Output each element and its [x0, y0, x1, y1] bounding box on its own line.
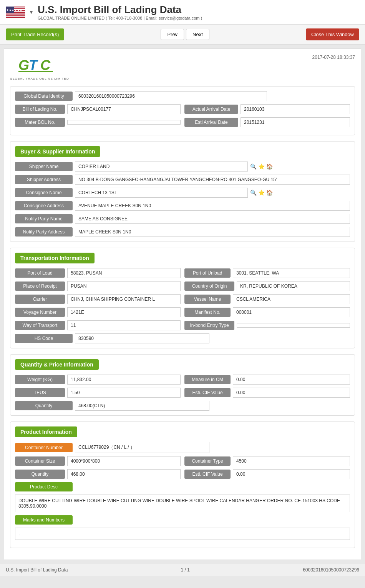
- container-number-value: CCLU6779029（CN / L / ）: [75, 442, 209, 453]
- dropdown-arrow-icon[interactable]: ▼: [29, 9, 34, 15]
- company-logo: G T C GLOBAL TRADE ONLINE LIMITED: [10, 55, 69, 80]
- notify-party-address-value: MAPLE CREEK S0N 1N0: [75, 227, 350, 237]
- notify-party-address-label: Notify Party Address: [15, 227, 73, 237]
- company-name-logo: GLOBAL TRADE ONLINE LIMITED: [10, 77, 69, 80]
- container-type-field: Container Type 4500: [184, 456, 350, 466]
- svg-text:★★★★★★: ★★★★★★: [6, 8, 22, 12]
- bill-of-lading-value: CHNJPSCAL00177: [67, 104, 181, 114]
- nav-buttons: Prev Next: [161, 29, 209, 40]
- shipper-star-icon[interactable]: ⭐: [258, 163, 265, 170]
- next-button[interactable]: Next: [186, 29, 209, 40]
- measure-in-cm-value: 0.00: [233, 375, 350, 385]
- header-left: ★★★★★★ ▼ U.S. Import Bill of Lading Data…: [6, 4, 202, 20]
- product-desc-text: DOUBLE WIRE CUTTING WIRE DOUBLE WIRE CUT…: [15, 495, 350, 512]
- shipper-address-value: NO 304 B-DONG GANGSEO-HANGANGJAI TOWER Y…: [75, 175, 350, 185]
- vessel-name-label: Vessel Name: [184, 295, 231, 304]
- svg-text:T: T: [29, 57, 38, 73]
- svg-rect-7: [6, 13, 25, 13]
- quantity-value: 468.00(CTN): [75, 401, 209, 411]
- product-quantity-label: Quantity: [15, 470, 65, 479]
- actual-arrival-field: Actual Arrival Date 20160103: [184, 104, 350, 114]
- transportation-box: Transportation Information Port of Load …: [10, 248, 355, 348]
- shipper-address-label: Shipper Address: [15, 175, 73, 184]
- carrier-vessel-row: Carrier CHNJ, CHINA SHIPPING CONTAINER L…: [15, 294, 350, 304]
- voyage-number-value: 1421E: [67, 307, 181, 317]
- shipper-home-icon[interactable]: 🏠: [266, 163, 273, 170]
- record-info-box: Global Data Identity 6003201601050000723…: [10, 86, 355, 135]
- manifest-no-field: Manifest No. 000001: [184, 307, 350, 317]
- product-esti-cif-field: Esti. CIF Value 0.00: [184, 469, 350, 479]
- weight-kg-label: Weight (KG): [15, 375, 65, 384]
- carrier-field: Carrier CHNJ, CHINA SHIPPING CONTAINER L: [15, 294, 181, 304]
- transport-inbond-row: Way of Transport 11 In-bond Entry Type: [15, 320, 350, 330]
- quantity-label: Quantity: [15, 401, 73, 410]
- carrier-value: CHNJ, CHINA SHIPPING CONTAINER L: [67, 294, 181, 304]
- shipper-name-label: Shipper Name: [15, 162, 73, 171]
- svg-rect-18: [18, 71, 53, 72]
- logo-area: G T C GLOBAL TRADE ONLINE LIMITED 2017-0…: [10, 55, 355, 80]
- product-quantity-cif-row: Quantity 468.00 Esti. CIF Value 0.00: [15, 469, 350, 479]
- prev-button[interactable]: Prev: [161, 29, 184, 40]
- port-of-load-value: 58023, PUSAN: [67, 268, 181, 278]
- notify-party-name-label: Notify Party Name: [15, 214, 73, 223]
- way-of-transport-field: Way of Transport 11: [15, 320, 181, 330]
- close-button[interactable]: Close This Window: [306, 28, 359, 40]
- global-data-identity-value: 6003201601050000723296: [75, 91, 267, 101]
- vessel-name-field: Vessel Name CSCL AMERICA: [184, 294, 350, 304]
- master-bol-label: Mater BOL No.: [15, 118, 65, 127]
- esti-arrival-value: 20151231: [241, 117, 350, 127]
- global-data-identity-row: Global Data Identity 6003201601050000723…: [15, 91, 350, 101]
- container-size-type-row: Container Size 4000*900*800 Container Ty…: [15, 456, 350, 466]
- actual-arrival-value: 20160103: [241, 104, 350, 114]
- svg-rect-8: [6, 13, 25, 14]
- weight-kg-field: Weight (KG) 11,832.00: [15, 375, 181, 385]
- header-subtitle: GLOBAL TRADE ONLINE LIMITED ( Tel: 400-7…: [38, 16, 202, 20]
- notify-party-name-value: SAME AS CONSIGNEE: [75, 214, 350, 224]
- consignee-name-value: CORTECH 13 1ST: [75, 188, 248, 198]
- master-bol-field: Mater BOL No.: [15, 118, 181, 127]
- port-of-unload-field: Port of Unload 3001, SEATTLE, WA: [184, 268, 350, 278]
- consignee-star-icon[interactable]: ⭐: [258, 190, 265, 196]
- measure-in-cm-field: Measure in CM 0.00: [184, 375, 350, 385]
- measure-in-cm-label: Measure in CM: [184, 375, 231, 384]
- svg-rect-11: [6, 16, 25, 17]
- shipper-name-row: Shipper Name COPIER LAND 🔍 ⭐ 🏠: [15, 162, 350, 172]
- svg-rect-9: [6, 14, 25, 15]
- consignee-address-value: AVENUE MAPLE CREEK S0N 1N0: [75, 201, 350, 211]
- logo-graphic: G T C: [10, 55, 69, 77]
- consignee-search-icon[interactable]: 🔍: [250, 190, 257, 196]
- consignee-name-row: Consignee Name CORTECH 13 1ST 🔍 ⭐ 🏠: [15, 188, 350, 198]
- receipt-origin-row: Place of Receipt PUSAN Country of Origin…: [15, 281, 350, 291]
- carrier-label: Carrier: [15, 295, 65, 304]
- shipper-name-icons: 🔍 ⭐ 🏠: [250, 163, 273, 170]
- container-size-field: Container Size 4000*900*800: [15, 456, 181, 466]
- svg-text:C: C: [40, 57, 51, 73]
- header: ★★★★★★ ▼ U.S. Import Bill of Lading Data…: [0, 0, 365, 25]
- voyage-number-field: Voyage Number 1421E: [15, 307, 181, 317]
- esti-cif-field: Esti. CIF Value 0.00: [184, 388, 350, 398]
- toolbar: Print Trade Record(s) Prev Next Close Th…: [0, 25, 365, 45]
- hs-code-row: HS Code 830590: [15, 333, 350, 343]
- manifest-no-label: Manifest No.: [184, 308, 231, 317]
- teus-field: TEUS 1.50: [15, 388, 181, 398]
- manifest-no-value: 000001: [233, 307, 350, 317]
- teus-label: TEUS: [15, 388, 65, 397]
- marks-numbers-value: .: [15, 528, 350, 540]
- teus-cif-row: TEUS 1.50 Esti. CIF Value 0.00: [15, 388, 350, 398]
- hs-code-value: 830590: [75, 333, 209, 343]
- us-flag-icon: ★★★★★★: [6, 7, 25, 18]
- consignee-home-icon[interactable]: 🏠: [266, 190, 273, 196]
- product-quantity-field: Quantity 468.00: [15, 469, 181, 479]
- consignee-name-label: Consignee Name: [15, 188, 73, 197]
- in-bond-entry-value: [237, 323, 350, 328]
- product-desc-header-row: Product Desc: [15, 482, 350, 491]
- transportation-section-header: Transportation Information: [15, 253, 95, 263]
- consignee-name-icons: 🔍 ⭐ 🏠: [250, 190, 273, 196]
- global-data-identity-label: Global Data Identity: [15, 92, 73, 101]
- print-button[interactable]: Print Trade Record(s): [6, 28, 64, 40]
- product-esti-cif-label: Esti. CIF Value: [184, 470, 231, 479]
- container-type-label: Container Type: [184, 456, 231, 466]
- shipper-search-icon[interactable]: 🔍: [250, 163, 257, 170]
- container-number-row: Container Number CCLU6779029（CN / L / ）: [15, 442, 350, 453]
- weight-kg-value: 11,832.00: [67, 375, 181, 385]
